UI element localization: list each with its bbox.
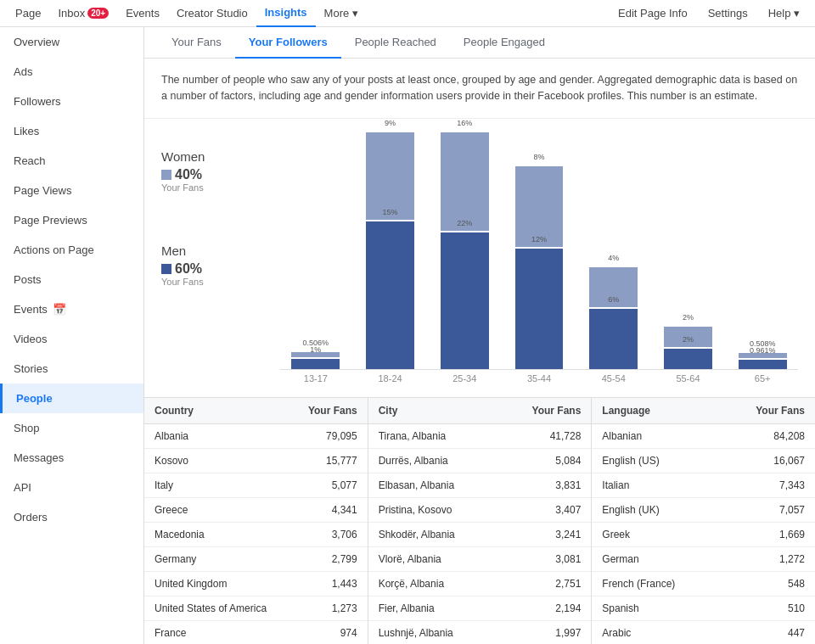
table-row: Albanian84,208 — [592, 423, 815, 448]
women-color-swatch — [161, 170, 171, 180]
description-text: The number of people who saw any of your… — [144, 59, 815, 119]
city-fans: 3,831 — [498, 473, 592, 497]
city-name: Lushnjë, Albania — [368, 620, 498, 644]
male-bar-25-34: 22% — [441, 232, 489, 368]
table-row: Arabic447 — [592, 620, 815, 644]
events-icon: 📅 — [53, 303, 66, 316]
language-table-section: Language Your Fans Albanian84,208English… — [592, 398, 815, 645]
country-name: Germany — [144, 546, 290, 571]
top-nav: Page Inbox 20+ Events Creator Studio Ins… — [0, 0, 815, 27]
chart-area: Women 40% Your Fans Men 60% Your — [144, 119, 815, 397]
language-name: English (US) — [592, 448, 720, 473]
sidebar-item-shop[interactable]: Shop — [0, 413, 143, 443]
sidebar-item-orders[interactable]: Orders — [0, 502, 143, 532]
sidebar-item-followers[interactable]: Followers — [0, 87, 143, 116]
country-fans: 4,341 — [290, 497, 367, 522]
age-group-25-34: 16%22% — [429, 132, 500, 369]
sidebar-item-overview[interactable]: Overview — [0, 27, 143, 57]
nav-help[interactable]: Help ▾ — [760, 0, 808, 27]
age-group-35-44: 8%12% — [503, 132, 575, 369]
country-table: Country Your Fans Albania79,095Kosovo15,… — [144, 398, 368, 645]
men-label: Men 60% Your Fans — [161, 244, 263, 287]
city-fans: 2,194 — [498, 596, 592, 620]
country-table-section: Country Your Fans Albania79,095Kosovo15,… — [144, 398, 368, 645]
female-bar-18-24: 9% — [366, 132, 414, 221]
country-fans: 2,799 — [290, 546, 367, 571]
nav-edit-page-info[interactable]: Edit Page Info — [610, 0, 696, 27]
table-row: Durrës, Albania5,084 — [368, 448, 592, 473]
tab-people-reached[interactable]: People Reached — [341, 27, 450, 59]
city-name: Fier, Albania — [368, 596, 498, 620]
country-fans: 1,273 — [290, 596, 367, 620]
nav-creator-studio[interactable]: Creator Studio — [168, 0, 256, 27]
table-row: Shkodër, Albania3,241 — [368, 522, 592, 546]
sidebar-item-page-previews[interactable]: Page Previews — [0, 205, 143, 235]
nav-more[interactable]: More ▾ — [316, 0, 367, 27]
sidebar-item-ads[interactable]: Ads — [0, 57, 143, 87]
country-name: Macedonia — [144, 522, 290, 546]
city-name: Vlorë, Albania — [368, 546, 498, 571]
language-name: Italian — [592, 473, 720, 497]
tab-your-fans[interactable]: Your Fans — [158, 27, 235, 59]
language-name: Arabic — [592, 620, 720, 644]
language-fans: 84,208 — [720, 423, 815, 448]
nav-settings[interactable]: Settings — [700, 0, 756, 27]
language-fans-col-header: Your Fans — [720, 398, 815, 424]
sidebar-item-events[interactable]: Events 📅 — [0, 294, 143, 324]
country-name: Albania — [144, 423, 290, 448]
table-row: United States of America1,273 — [144, 596, 368, 620]
language-fans: 510 — [720, 596, 815, 620]
women-label: Women 40% Your Fans — [161, 149, 263, 193]
male-bar-35-44: 12% — [515, 249, 564, 369]
top-nav-right: Edit Page Info Settings Help ▾ — [610, 0, 808, 27]
sidebar-item-likes[interactable]: Likes — [0, 116, 143, 146]
age-group-65+: 0.508%0.961% — [727, 132, 798, 369]
sidebar-item-reach[interactable]: Reach — [0, 146, 143, 176]
nav-events[interactable]: Events — [117, 0, 168, 27]
age-group-13-17: 0.506%1% — [280, 132, 351, 369]
sidebar-item-page-views[interactable]: Page Views — [0, 176, 143, 205]
city-name: Elbasan, Albania — [368, 473, 498, 497]
sidebar-item-people[interactable]: People — [0, 384, 143, 413]
table-row: Pristina, Kosovo3,407 — [368, 497, 592, 522]
sidebar-item-messages[interactable]: Messages — [0, 443, 143, 473]
age-label-18-24: 18-24 — [355, 373, 426, 384]
sidebar: Overview Ads Followers Likes Reach Page … — [0, 27, 144, 644]
language-col-header: Language — [592, 398, 720, 424]
nav-page[interactable]: Page — [7, 0, 49, 27]
country-name: Greece — [144, 497, 290, 522]
age-label-35-44: 35-44 — [503, 373, 575, 384]
tab-people-engaged[interactable]: People Engaged — [450, 27, 559, 59]
city-fans: 3,407 — [498, 497, 592, 522]
sidebar-item-api[interactable]: API — [0, 473, 143, 502]
city-fans: 3,081 — [498, 546, 592, 571]
language-fans: 7,343 — [720, 473, 815, 497]
tab-your-followers[interactable]: Your Followers — [235, 27, 341, 59]
city-table: City Your Fans Tirana, Albania41,728Durr… — [368, 398, 592, 645]
city-col-header: City — [368, 398, 498, 424]
sidebar-item-actions-on-page[interactable]: Actions on Page — [0, 235, 143, 265]
age-label-65+: 65+ — [727, 373, 798, 384]
language-name: German — [592, 546, 720, 571]
city-name: Tirana, Albania — [368, 423, 498, 448]
country-fans: 79,095 — [290, 423, 367, 448]
nav-inbox[interactable]: Inbox 20+ — [49, 0, 117, 27]
table-row: Italian7,343 — [592, 473, 815, 497]
language-fans: 7,057 — [720, 497, 815, 522]
language-name: English (UK) — [592, 497, 720, 522]
sidebar-item-stories[interactable]: Stories — [0, 354, 143, 384]
language-fans: 1,669 — [720, 522, 815, 546]
male-bar-55-64: 2% — [664, 349, 712, 369]
nav-insights[interactable]: Insights — [256, 0, 316, 27]
table-row: German1,272 — [592, 546, 815, 571]
country-fans: 1,443 — [290, 571, 367, 596]
sidebar-item-videos[interactable]: Videos — [0, 324, 143, 354]
city-fans: 5,084 — [498, 448, 592, 473]
language-table: Language Your Fans Albanian84,208English… — [592, 398, 815, 645]
city-table-section: City Your Fans Tirana, Albania41,728Durr… — [368, 398, 593, 645]
table-row: Italy5,077 — [144, 473, 368, 497]
table-row: Vlorë, Albania3,081 — [368, 546, 592, 571]
table-row: Germany2,799 — [144, 546, 368, 571]
sidebar-item-posts[interactable]: Posts — [0, 265, 143, 294]
male-bar-65+: 0.961% — [739, 360, 787, 369]
